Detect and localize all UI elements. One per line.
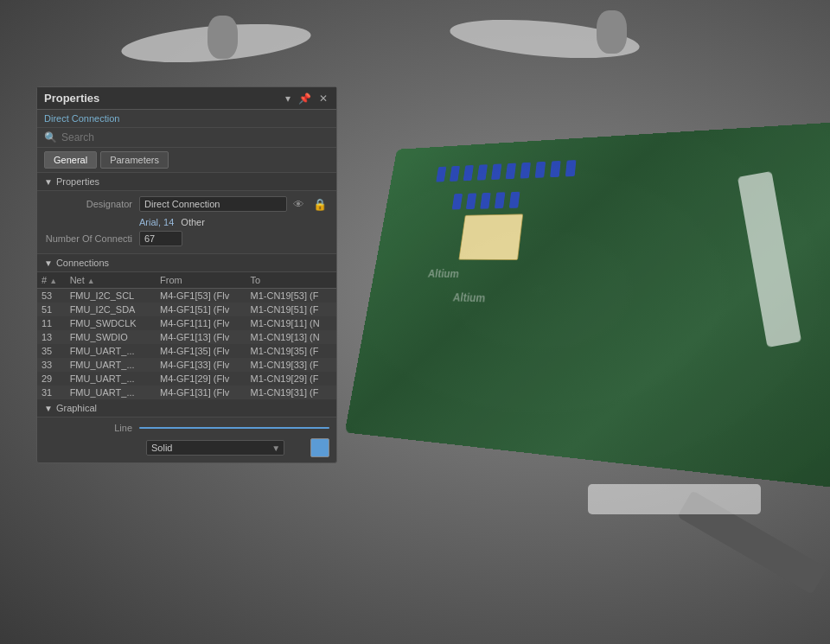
designator-value-container: 👁 🔒 bbox=[139, 196, 329, 212]
cell-from: M4-GF1[53] (Flv bbox=[156, 289, 246, 303]
tabs-row: General Parameters bbox=[37, 148, 336, 173]
col-header-net: Net ▲ bbox=[66, 272, 156, 289]
cell-to: M1-CN19[33] (F bbox=[246, 358, 336, 372]
section-label-graphical: Graphical bbox=[56, 403, 97, 413]
table-row: 11 FMU_SWDCLK M4-GF1[11] (Flv M1-CN19[11… bbox=[37, 316, 336, 330]
search-icon: 🔍 bbox=[44, 131, 57, 143]
table-row: 13 FMU_SWDIO M4-GF1[13] (Flv M1-CN19[13]… bbox=[37, 330, 336, 344]
cell-net: FMU_I2C_SDA bbox=[66, 303, 156, 316]
section-arrow-connections: ▼ bbox=[44, 258, 53, 268]
cell-to: M1-CN19[31] (F bbox=[246, 386, 336, 399]
cell-to: M1-CN19[35] (F bbox=[246, 344, 336, 358]
cell-to: M1-CN19[13] (N bbox=[246, 330, 336, 344]
cell-from: M4-GF1[31] (Flv bbox=[156, 386, 246, 399]
sort-icon-num: ▲ bbox=[49, 277, 57, 285]
cell-num: 33 bbox=[37, 358, 66, 372]
table-row: 31 FMU_UART_... M4-GF1[31] (Flv M1-CN19[… bbox=[37, 386, 336, 399]
panel-title: Properties bbox=[44, 92, 99, 105]
cell-from: M4-GF1[11] (Flv bbox=[156, 316, 246, 330]
line-style-select-container: Solid Dashed Dotted ▼ bbox=[146, 440, 305, 456]
panel-controls: ▾ 📌 ✕ bbox=[284, 92, 329, 105]
designator-lock-btn[interactable]: 🔒 bbox=[310, 197, 329, 212]
cell-to: M1-CN19[11] (N bbox=[246, 316, 336, 330]
line-preview bbox=[139, 427, 329, 429]
section-header-graphical[interactable]: ▼ Graphical bbox=[37, 399, 336, 418]
cell-net: FMU_UART_... bbox=[66, 386, 156, 399]
cell-net: FMU_UART_... bbox=[66, 358, 156, 372]
panel-dropdown-btn[interactable]: ▾ bbox=[284, 92, 292, 105]
sort-icon-net: ▲ bbox=[87, 277, 95, 285]
cell-num: 29 bbox=[37, 372, 66, 386]
designator-row: Designator 👁 🔒 bbox=[44, 196, 329, 212]
cell-num: 31 bbox=[37, 386, 66, 399]
designator-label: Designator bbox=[44, 199, 139, 209]
search-bar: 🔍 bbox=[37, 128, 336, 148]
connections-table-header: # ▲ Net ▲ From To bbox=[37, 272, 336, 289]
cell-from: M4-GF1[51] (Flv bbox=[156, 303, 246, 316]
line-style-row: Solid Dashed Dotted ▼ bbox=[146, 438, 329, 457]
board-text-altium2: Altium bbox=[452, 290, 486, 304]
cell-num: 35 bbox=[37, 344, 66, 358]
cell-num: 53 bbox=[37, 289, 66, 303]
table-row: 35 FMU_UART_... M4-GF1[35] (Flv M1-CN19[… bbox=[37, 344, 336, 358]
font-row: Arial, 14 Other bbox=[44, 217, 329, 227]
connections-table-container[interactable]: # ▲ Net ▲ From To 53 FMU_I2C_SCL M4-GF1[… bbox=[37, 272, 336, 399]
font-value: Arial, 14 bbox=[139, 217, 174, 227]
cell-to: M1-CN19[53] (F bbox=[246, 289, 336, 303]
panel-close-btn[interactable]: ✕ bbox=[317, 92, 329, 105]
panel-subtitle: Direct Connection bbox=[37, 110, 336, 128]
cell-num: 13 bbox=[37, 330, 66, 344]
designator-eye-btn[interactable]: 👁 bbox=[290, 197, 307, 212]
panel-titlebar: Properties ▾ 📌 ✕ bbox=[37, 87, 336, 110]
search-input[interactable] bbox=[61, 131, 329, 143]
cell-net: FMU_SWDCLK bbox=[66, 316, 156, 330]
cell-from: M4-GF1[35] (Flv bbox=[156, 344, 246, 358]
table-row: 29 FMU_UART_... M4-GF1[29] (Flv M1-CN19[… bbox=[37, 372, 336, 386]
graphical-section: Line Solid Dashed Dotted ▼ bbox=[37, 418, 336, 462]
panel-pin-btn[interactable]: 📌 bbox=[297, 92, 313, 105]
cell-net: FMU_UART_... bbox=[66, 372, 156, 386]
cell-num: 51 bbox=[37, 303, 66, 316]
cell-from: M4-GF1[29] (Flv bbox=[156, 372, 246, 386]
cell-from: M4-GF1[33] (Flv bbox=[156, 358, 246, 372]
col-header-to: To bbox=[246, 272, 336, 289]
section-arrow-properties: ▼ bbox=[44, 177, 53, 187]
section-label-properties: Properties bbox=[56, 176, 99, 187]
cell-net: FMU_I2C_SCL bbox=[66, 289, 156, 303]
cell-net: FMU_UART_... bbox=[66, 344, 156, 358]
motor-top-left bbox=[208, 16, 238, 59]
col-header-num: # ▲ bbox=[37, 272, 66, 289]
section-header-connections[interactable]: ▼ Connections bbox=[37, 254, 336, 272]
cell-from: M4-GF1[13] (Flv bbox=[156, 330, 246, 344]
cell-net: FMU_SWDIO bbox=[66, 330, 156, 344]
properties-panel: Properties ▾ 📌 ✕ Direct Connection 🔍 Gen… bbox=[36, 86, 337, 463]
tab-parameters[interactable]: Parameters bbox=[100, 151, 169, 169]
table-row: 53 FMU_I2C_SCL M4-GF1[53] (Flv M1-CN19[5… bbox=[37, 289, 336, 303]
num-connections-row: Number Of Connecti bbox=[44, 231, 329, 246]
line-label: Line bbox=[44, 423, 139, 433]
other-link[interactable]: Other bbox=[181, 217, 205, 227]
section-header-properties[interactable]: ▼ Properties bbox=[37, 173, 336, 191]
connections-table-body: 53 FMU_I2C_SCL M4-GF1[53] (Flv M1-CN19[5… bbox=[37, 289, 336, 400]
line-row: Line bbox=[44, 423, 329, 433]
line-color-swatch[interactable] bbox=[310, 438, 329, 457]
connections-table: # ▲ Net ▲ From To 53 FMU_I2C_SCL M4-GF1[… bbox=[37, 272, 336, 399]
motor-top-right bbox=[597, 10, 627, 54]
num-connections-input[interactable] bbox=[139, 231, 182, 246]
table-row: 33 FMU_UART_... M4-GF1[33] (Flv M1-CN19[… bbox=[37, 358, 336, 372]
cell-to: M1-CN19[51] (F bbox=[246, 303, 336, 316]
designator-input[interactable] bbox=[139, 196, 287, 212]
num-connections-label: Number Of Connecti bbox=[44, 233, 139, 244]
cell-to: M1-CN19[29] (F bbox=[246, 372, 336, 386]
cell-num: 11 bbox=[37, 316, 66, 330]
board-text-altium1: Altium bbox=[427, 267, 460, 280]
col-header-from: From bbox=[156, 272, 246, 289]
section-label-connections: Connections bbox=[56, 258, 109, 268]
properties-grid: Designator 👁 🔒 Arial, 14 Other Number Of… bbox=[37, 191, 336, 254]
table-row: 51 FMU_I2C_SDA M4-GF1[51] (Flv M1-CN19[5… bbox=[37, 303, 336, 316]
line-style-select[interactable]: Solid Dashed Dotted bbox=[146, 440, 284, 456]
frame-bottom bbox=[588, 484, 761, 514]
tab-general[interactable]: General bbox=[44, 151, 97, 169]
section-arrow-graphical: ▼ bbox=[44, 404, 53, 413]
